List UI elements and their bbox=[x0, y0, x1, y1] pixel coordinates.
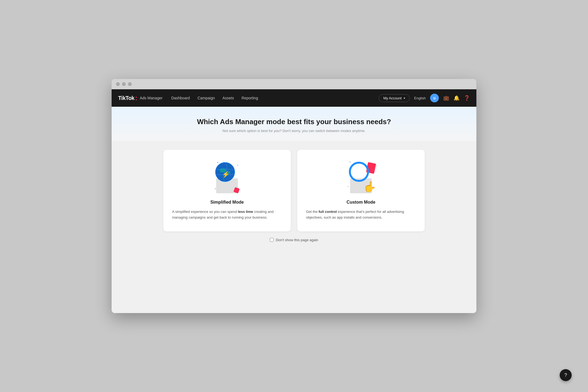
custom-mode-card[interactable]: 👆 ✦ ✦ ✦ Custom Mode Get the full control… bbox=[297, 150, 425, 231]
navbar-right: My Account ▾ English u 💼 🔔 ❓ bbox=[379, 94, 470, 102]
navbar-nav: Dashboard Campaign Assets Reporting bbox=[171, 95, 370, 101]
brand: TikTok : Ads Manager bbox=[118, 95, 163, 101]
dont-show-label: Don't show this page again bbox=[276, 238, 318, 242]
simplified-illustration: ⚡ ✦ ✦ ✦ bbox=[211, 161, 243, 193]
language-selector[interactable]: English bbox=[414, 96, 426, 100]
hand-pointer-icon: 👆 bbox=[363, 181, 376, 193]
help-button-fixed[interactable]: ? bbox=[560, 369, 572, 381]
my-account-button[interactable]: My Account ▾ bbox=[379, 94, 410, 102]
hero-title: Which Ads Manager mode best fits your bu… bbox=[118, 118, 470, 126]
user-avatar[interactable]: u bbox=[430, 94, 439, 102]
main-content: ⚡ ✦ ✦ ✦ Simplified Mode A simplified exp… bbox=[112, 141, 476, 313]
nav-reporting[interactable]: Reporting bbox=[241, 95, 258, 101]
tiktok-logo: TikTok : bbox=[118, 95, 138, 101]
help-question-icon: ? bbox=[564, 372, 567, 378]
tiktok-name: TikTok bbox=[118, 95, 134, 101]
simplified-mode-card[interactable]: ⚡ ✦ ✦ ✦ Simplified Mode A simplified exp… bbox=[163, 150, 291, 231]
simplified-mode-desc: A simplified experience so you can spend… bbox=[172, 209, 282, 220]
full-control-emphasis: full control bbox=[318, 210, 337, 214]
cards-container: ⚡ ✦ ✦ ✦ Simplified Mode A simplified exp… bbox=[163, 150, 425, 231]
ads-manager-label: Ads Manager bbox=[140, 96, 163, 100]
nav-assets[interactable]: Assets bbox=[222, 95, 234, 101]
hero-subtitle: Not sure which option is best for you? D… bbox=[118, 129, 470, 133]
bell-icon[interactable]: 🔔 bbox=[454, 95, 460, 101]
nav-dashboard[interactable]: Dashboard bbox=[171, 95, 190, 101]
browser-chrome bbox=[112, 79, 476, 89]
nav-campaign[interactable]: Campaign bbox=[197, 95, 215, 101]
hero-section: Which Ads Manager mode best fits your bu… bbox=[112, 107, 476, 141]
custom-illustration: 👆 ✦ ✦ ✦ bbox=[345, 161, 377, 193]
help-icon[interactable]: ❓ bbox=[464, 95, 470, 101]
star-3-icon: ✦ bbox=[215, 188, 216, 190]
my-account-label: My Account bbox=[383, 96, 402, 100]
chevron-down-icon: ▾ bbox=[404, 97, 405, 100]
simplified-mode-title: Simplified Mode bbox=[172, 200, 282, 205]
star-5-icon: ✦ bbox=[376, 165, 377, 167]
tiktok-dot: : bbox=[135, 95, 137, 101]
custom-mode-desc: Get the full control experience that's p… bbox=[306, 209, 416, 220]
star-4-icon: ✦ bbox=[349, 161, 351, 163]
dont-show-checkbox[interactable] bbox=[270, 238, 274, 242]
custom-mode-title: Custom Mode bbox=[306, 200, 416, 205]
browser-window: TikTok : Ads Manager Dashboard Campaign … bbox=[112, 79, 476, 313]
lightning-icon: ⚡ bbox=[222, 171, 229, 178]
traffic-light-minimize[interactable] bbox=[122, 82, 126, 86]
star-6-icon: ✦ bbox=[347, 186, 349, 188]
less-time-emphasis: less time bbox=[238, 210, 253, 214]
star-1-icon: ✦ bbox=[217, 161, 219, 164]
circle-ring bbox=[349, 162, 369, 182]
briefcase-icon[interactable]: 💼 bbox=[443, 95, 449, 101]
navbar: TikTok : Ads Manager Dashboard Campaign … bbox=[112, 89, 476, 107]
checkbox-section: Don't show this page again bbox=[270, 238, 318, 242]
traffic-light-maximize[interactable] bbox=[128, 82, 132, 86]
browser-content: TikTok : Ads Manager Dashboard Campaign … bbox=[112, 89, 476, 313]
star-2-icon: ✦ bbox=[237, 164, 238, 167]
traffic-light-close[interactable] bbox=[116, 82, 120, 86]
